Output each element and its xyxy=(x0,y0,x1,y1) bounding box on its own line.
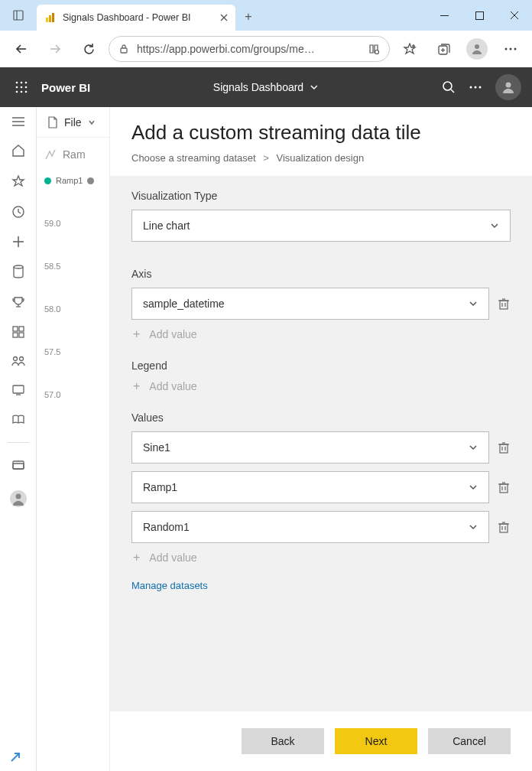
section-values: Values Sine1 Ramp1 Random1 xyxy=(110,398,532,606)
nav-goals-icon[interactable] xyxy=(11,295,25,309)
dashboard-title-dropdown[interactable]: Signals Dashboard xyxy=(213,81,319,93)
rail-divider xyxy=(8,442,29,443)
panel-title: Add a custom streaming data tile xyxy=(131,121,511,145)
svg-rect-56 xyxy=(13,386,24,393)
legend-dot xyxy=(44,177,51,184)
svg-rect-59 xyxy=(13,461,24,469)
nav-workspaces-icon[interactable] xyxy=(11,413,25,425)
url-box[interactable]: https://app.powerbi.com/groups/me… xyxy=(109,36,390,62)
nav-myworkspace-icon[interactable] xyxy=(11,460,25,472)
next-button[interactable]: Next xyxy=(335,728,417,754)
nav-collapse-icon[interactable] xyxy=(11,116,25,127)
breadcrumb-step-1[interactable]: Choose a streaming dataset xyxy=(131,152,256,164)
chevron-down-icon xyxy=(310,83,319,92)
dashboard-title: Signals Dashboard xyxy=(213,81,303,93)
svg-point-37 xyxy=(475,86,477,89)
nav-favorites-icon[interactable] xyxy=(11,174,25,188)
user-avatar[interactable] xyxy=(495,74,521,100)
svg-point-22 xyxy=(505,48,508,50)
pbi-more-icon[interactable] xyxy=(469,86,482,89)
svg-line-35 xyxy=(451,89,454,93)
value-select-1[interactable]: Ramp1 xyxy=(131,471,489,503)
collections-button[interactable] xyxy=(430,35,457,63)
value-select-2[interactable]: Random1 xyxy=(131,511,489,543)
panel-footer: Back Next Cancel xyxy=(110,711,532,771)
manage-datasets-link[interactable]: Manage datasets xyxy=(131,580,208,591)
browser-tab[interactable]: Signals Dashboard - Power BI xyxy=(37,5,235,31)
chart-ytick: 57.0 xyxy=(44,390,109,399)
nav-home-icon[interactable] xyxy=(11,144,25,158)
nav-learn-icon[interactable] xyxy=(11,384,25,396)
new-tab-button[interactable]: + xyxy=(235,3,261,31)
section-viz-type: Visualization Type Line chart xyxy=(110,176,532,245)
legend-add-value[interactable]: + Add value xyxy=(133,379,511,393)
back-button[interactable]: Back xyxy=(242,728,324,754)
cancel-button[interactable]: Cancel xyxy=(428,728,511,754)
chevron-down-icon xyxy=(88,119,96,126)
svg-point-14 xyxy=(375,50,379,54)
tab-actions-icon[interactable] xyxy=(0,0,37,31)
legend-dot xyxy=(87,177,94,184)
value-0: Sine1 xyxy=(143,441,170,454)
svg-rect-78 xyxy=(500,524,508,532)
chart-ytick: 57.5 xyxy=(44,347,109,356)
file-menu-label: File xyxy=(64,116,82,128)
browser-more-button[interactable] xyxy=(497,35,524,63)
nav-recent-icon[interactable] xyxy=(11,205,25,219)
window-close-icon[interactable] xyxy=(497,0,532,31)
value-select-0[interactable]: Sine1 xyxy=(131,431,489,464)
breadcrumb-step-2: Visualization design xyxy=(276,152,364,164)
svg-point-21 xyxy=(475,44,479,49)
value-2: Random1 xyxy=(143,521,190,533)
nav-apps-icon[interactable] xyxy=(12,326,24,338)
axis-delete-button[interactable] xyxy=(497,298,511,310)
nav-datasets-icon[interactable] xyxy=(12,265,24,278)
nav-account-icon[interactable] xyxy=(10,490,27,507)
nav-shared-icon[interactable] xyxy=(11,355,25,367)
axis-select[interactable]: sample_datetime xyxy=(131,288,489,320)
value-delete-0[interactable] xyxy=(497,441,511,454)
axis-add-value[interactable]: + Add value xyxy=(133,327,511,341)
svg-point-28 xyxy=(16,86,18,89)
svg-point-33 xyxy=(25,91,28,93)
dashboard-tile[interactable]: Ram Ramp1 59.0 58.5 58.0 57.5 57.0 xyxy=(44,148,109,399)
svg-rect-13 xyxy=(121,48,127,53)
app-launcher-icon[interactable] xyxy=(11,81,32,93)
profile-button[interactable] xyxy=(463,35,491,63)
nav-create-icon[interactable] xyxy=(12,236,24,248)
svg-point-62 xyxy=(15,494,21,499)
svg-rect-73 xyxy=(500,484,508,493)
address-bar: https://app.powerbi.com/groups/me… xyxy=(0,31,532,67)
search-icon[interactable] xyxy=(442,80,456,94)
reading-mode-icon[interactable] xyxy=(368,43,380,55)
svg-point-26 xyxy=(21,82,23,84)
values-label: Values xyxy=(131,412,511,424)
tile-title: Ram xyxy=(63,148,86,161)
value-delete-1[interactable] xyxy=(497,481,511,493)
expand-handle-icon[interactable] xyxy=(9,751,21,763)
section-axis: Axis sample_datetime + Add value xyxy=(110,245,532,346)
favorites-button[interactable] xyxy=(396,35,423,63)
svg-marker-43 xyxy=(13,176,24,186)
chevron-down-icon xyxy=(469,483,478,492)
chevron-down-icon xyxy=(469,299,478,308)
svg-rect-63 xyxy=(500,301,508,309)
viz-type-select[interactable]: Line chart xyxy=(131,210,511,242)
window-minimize-icon[interactable] xyxy=(427,0,462,31)
pbi-brand[interactable]: Power BI xyxy=(41,81,90,94)
plus-icon: + xyxy=(133,327,140,341)
file-menu[interactable]: File xyxy=(37,107,109,138)
window-maximize-icon[interactable] xyxy=(462,0,497,31)
tab-close-icon[interactable] xyxy=(220,14,228,21)
nav-back-button[interactable] xyxy=(8,35,35,63)
svg-rect-68 xyxy=(500,444,508,453)
svg-point-25 xyxy=(16,82,18,84)
values-add-value[interactable]: + Add value xyxy=(133,551,511,564)
svg-rect-2 xyxy=(46,18,48,22)
axis-value: sample_datetime xyxy=(143,298,225,310)
value-delete-2[interactable] xyxy=(497,521,511,533)
nav-refresh-button[interactable] xyxy=(75,35,102,63)
svg-point-38 xyxy=(479,86,482,89)
window-controls xyxy=(427,0,532,31)
streaming-tile-panel: Add a custom streaming data tile Choose … xyxy=(110,107,532,771)
